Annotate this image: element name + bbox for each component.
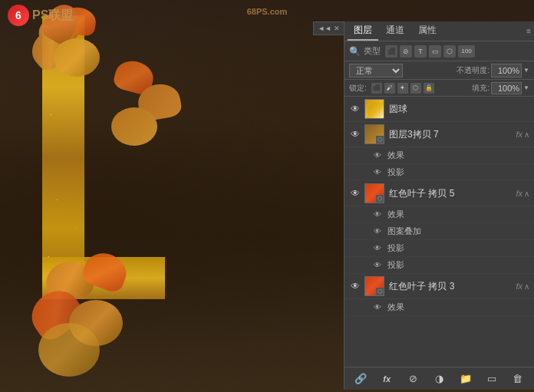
effect-visibility-toggle[interactable]: 👁 (372, 150, 383, 161)
new-group-button[interactable]: 📁 (457, 371, 474, 387)
fill-dropdown-arrow[interactable]: ▼ (523, 84, 529, 91)
layer-item[interactable]: 👁 ⬡ 红色叶子 拷贝 5 fx ∧ (344, 181, 534, 206)
layer-item[interactable]: 👁 ⬡ 图层3拷贝 7 fx ∧ (344, 122, 534, 147)
layer-visibility-toggle[interactable]: 👁 (349, 103, 361, 115)
tab-layers[interactable]: 图层 (348, 21, 378, 41)
opacity-area: 不透明度: ▼ (457, 64, 529, 77)
layer-fx-toggle[interactable]: ∧ (524, 282, 529, 291)
layer-effect-item[interactable]: 👁 图案叠加 (344, 223, 534, 240)
layer-thumbnail: ⬡ (364, 183, 384, 203)
filter-shape-icon[interactable]: ▭ (429, 45, 441, 58)
tabs-container: 图层 通道 属性 (348, 21, 443, 41)
link-layers-button[interactable]: 🔗 (352, 371, 369, 387)
layer-visibility-toggle[interactable]: 👁 (349, 280, 361, 292)
layer-effect-item[interactable]: 👁 投影 (344, 164, 534, 181)
effect-visibility-toggle[interactable]: 👁 (372, 243, 383, 254)
fill-label: 填充: (472, 83, 490, 94)
effect-name: 效果 (387, 150, 404, 161)
lock-move-icon[interactable]: ✦ (397, 83, 408, 94)
watermark-url: 68PS.com (247, 7, 288, 16)
layer-effect-item[interactable]: 👁 投影 (344, 240, 534, 257)
filter-toggle[interactable]: 100 (458, 45, 475, 58)
panel-menu-icon[interactable]: ≡ (526, 27, 531, 35)
layer-name: 红色叶子 拷贝 5 (389, 187, 513, 200)
logo-text: PS联盟 (32, 8, 73, 24)
layers-panel: 图层 通道 属性 ≡ 🔍 类型 ⬛ ⊘ T ▭ ⬡ 100 正常 不透明度: ▼ (344, 21, 534, 390)
opacity-input[interactable] (491, 64, 522, 77)
search-type-label: 类型 (364, 45, 381, 57)
effect-visibility-toggle[interactable]: 👁 (372, 260, 383, 271)
double-arrow-icon[interactable]: ◄◄ (318, 25, 331, 32)
layer-effect-item[interactable]: 👁 效果 (344, 299, 534, 316)
search-icon: 🔍 (349, 46, 361, 57)
layer-thumbnail: ⬡ (364, 124, 384, 144)
filter-icons-row: ⬛ ⊘ T ▭ ⬡ 100 (385, 45, 475, 58)
effect-visibility-toggle[interactable]: 👁 (372, 167, 383, 178)
new-layer-button[interactable]: ▭ (483, 371, 500, 387)
layer-item[interactable]: 👁 圆球 (344, 97, 534, 122)
layer-fx-label: fx (516, 130, 522, 139)
new-fill-layer-button[interactable]: ◑ (430, 371, 447, 387)
add-fx-button[interactable]: fx (378, 371, 395, 387)
flowers-middle (107, 61, 184, 153)
filter-text-icon[interactable]: T (414, 45, 427, 58)
watermark-area: 68PS.com (247, 6, 288, 17)
search-row: 🔍 类型 ⬛ ⊘ T ▭ ⬡ 100 (344, 41, 534, 61)
layer-fx-toggle[interactable]: ∧ (524, 130, 529, 139)
layer-name: 图层3拷贝 7 (389, 128, 513, 141)
effect-name: 图案叠加 (387, 226, 421, 237)
logo-circle: 6 (8, 5, 29, 26)
lock-fill-row: 锁定: ⬛ 🖌 ✦ ⬡ 🔒 填充: ▼ (344, 80, 534, 97)
layer-thumbnail (364, 99, 384, 119)
fill-area: 填充: ▼ (472, 82, 529, 94)
effect-visibility-toggle[interactable]: 👁 (372, 209, 383, 220)
lock-label: 锁定: (349, 83, 367, 94)
lock-all-icon[interactable]: 🔒 (424, 83, 434, 94)
opacity-label: 不透明度: (457, 65, 490, 76)
layer-item[interactable]: 👁 ⬡ 红色叶子 拷贝 3 fx ∧ (344, 274, 534, 299)
blend-mode-row: 正常 不透明度: ▼ (344, 61, 534, 80)
layer-name: 红色叶子 拷贝 3 (389, 280, 513, 293)
layer-name: 圆球 (389, 103, 529, 116)
effect-name: 投影 (387, 242, 404, 254)
flowers-bottom-left (23, 246, 161, 384)
lock-paint-icon[interactable]: 🖌 (384, 83, 395, 94)
effect-visibility-toggle[interactable]: 👁 (372, 226, 383, 237)
layer-visibility-toggle[interactable]: 👁 (349, 128, 361, 140)
layer-fx-toggle[interactable]: ∧ (524, 189, 529, 198)
add-mask-button[interactable]: ⊘ (404, 371, 421, 387)
layer-effect-item[interactable]: 👁 效果 (344, 206, 534, 223)
panel-toolbar: 🔗 fx ⊘ ◑ 📁 ▭ 🗑 (344, 367, 534, 390)
tab-channels[interactable]: 通道 (380, 21, 410, 41)
panel-menu-icons: ≡ (526, 27, 531, 35)
panel-tabs: 图层 通道 属性 ≡ (344, 21, 534, 41)
lock-icons-group: ⬛ 🖌 ✦ ⬡ 🔒 (371, 83, 434, 94)
effect-name: 效果 (387, 301, 404, 313)
layer-effect-item[interactable]: 👁 投影 (344, 257, 534, 274)
tab-properties[interactable]: 属性 (412, 21, 443, 41)
layers-list: 👁 圆球 👁 ⬡ 图层3拷贝 7 fx ∧ 👁 效果 👁 (344, 97, 534, 367)
effect-name: 效果 (387, 209, 404, 220)
fill-input[interactable] (491, 82, 522, 94)
delete-layer-button[interactable]: 🗑 (509, 371, 526, 387)
layer-effect-item[interactable]: 👁 效果 (344, 147, 534, 164)
lock-artboard-icon[interactable]: ⬡ (410, 83, 421, 94)
opacity-dropdown-arrow[interactable]: ▼ (523, 67, 529, 74)
filter-smart-icon[interactable]: ⬡ (443, 45, 456, 58)
effect-name: 投影 (387, 166, 404, 178)
close-panel-icon[interactable]: ✕ (334, 25, 340, 32)
layer-visibility-toggle[interactable]: 👁 (349, 187, 361, 199)
layer-thumbnail: ⬡ (364, 276, 384, 296)
effect-visibility-toggle[interactable]: 👁 (372, 302, 383, 313)
filter-adjust-icon[interactable]: ⊘ (400, 45, 412, 58)
panel-collapse-controls[interactable]: ◄◄ ✕ (313, 21, 344, 35)
logo-area: 6 PS联盟 (8, 5, 73, 26)
filter-pixel-icon[interactable]: ⬛ (385, 45, 397, 58)
blend-mode-select[interactable]: 正常 (349, 64, 403, 77)
layer-fx-label: fx (516, 282, 522, 291)
effect-name: 投影 (387, 259, 404, 271)
lock-transparent-icon[interactable]: ⬛ (371, 83, 382, 94)
layer-fx-label: fx (516, 189, 522, 198)
